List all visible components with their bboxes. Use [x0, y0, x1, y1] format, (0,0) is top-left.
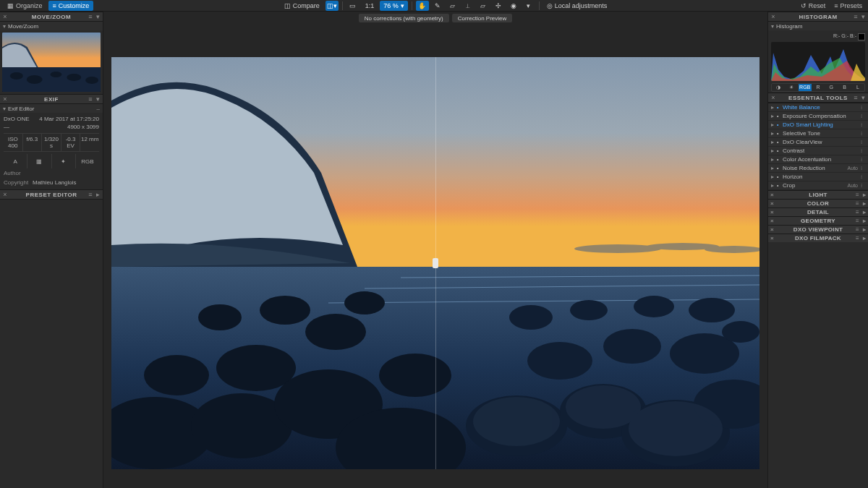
- tool-item-selective-tone[interactable]: ▸•Selective Tone⁝: [768, 129, 868, 138]
- tool-item-contrast[interactable]: ▸•Contrast⁝: [768, 147, 868, 155]
- options-icon[interactable]: ⁝: [858, 166, 865, 171]
- menu-icon[interactable]: ≡: [856, 226, 859, 233]
- collapse-icon[interactable]: –: [97, 106, 100, 112]
- split-handle[interactable]: [433, 258, 438, 268]
- close-icon[interactable]: ×: [1, 95, 9, 103]
- category-light[interactable]: ×LIGHT≡▸: [768, 190, 868, 199]
- options-icon[interactable]: ⁝: [858, 183, 865, 189]
- menu-icon[interactable]: ≡: [852, 94, 859, 101]
- enable-toggle[interactable]: •: [777, 174, 783, 179]
- shadow-clip-icon[interactable]: ◑: [772, 84, 785, 91]
- tool-item-horizon[interactable]: ▸•Horizon⁝: [768, 173, 868, 181]
- enable-toggle[interactable]: •: [777, 157, 783, 162]
- category-dxo-viewpoint[interactable]: ×DXO VIEWPOINT≡▸: [768, 225, 868, 234]
- customize-tab[interactable]: ≡ Customize: [48, 1, 94, 11]
- enable-toggle[interactable]: •: [777, 166, 783, 171]
- close-icon[interactable]: ×: [770, 218, 774, 224]
- tool-item-dxo-clearview[interactable]: ▸•DxO ClearView⁝: [768, 138, 868, 147]
- options-icon[interactable]: ⁝: [858, 122, 865, 128]
- copyright-value[interactable]: Mathieu Langlois: [33, 179, 76, 186]
- close-icon[interactable]: ×: [770, 209, 774, 215]
- organize-tab[interactable]: ▦ Organize: [3, 1, 47, 11]
- exif-editor-subheader[interactable]: ▾ Exif Editor –: [0, 104, 103, 113]
- options-icon[interactable]: ⁝: [858, 157, 865, 163]
- menu-icon[interactable]: ≡: [87, 95, 94, 103]
- category-detail[interactable]: ×DETAIL≡▸: [768, 207, 868, 216]
- menu-icon[interactable]: ≡: [856, 235, 859, 241]
- menu-icon[interactable]: ≡: [856, 200, 859, 207]
- reset-button[interactable]: ↺ Reset: [798, 2, 829, 9]
- chevron-right-icon[interactable]: ▸: [94, 191, 101, 198]
- close-icon[interactable]: ×: [770, 13, 777, 20]
- enable-toggle[interactable]: •: [777, 131, 783, 136]
- histogram-header[interactable]: × HISTOGRAM ≡ ▾: [768, 12, 868, 22]
- redeye-tool-button[interactable]: ◉: [507, 1, 520, 11]
- chevron-right-icon[interactable]: ▸: [863, 192, 866, 198]
- perspective-tool-button[interactable]: ▱: [477, 1, 490, 11]
- chevron-down-icon[interactable]: ▾: [771, 23, 774, 30]
- chevron-down-icon[interactable]: ▾: [859, 13, 867, 20]
- enable-toggle[interactable]: •: [777, 183, 783, 188]
- tool-item-noise-reduction[interactable]: ▸•Noise ReductionAuto⁝: [768, 164, 868, 173]
- enable-toggle[interactable]: •: [777, 148, 783, 153]
- options-icon[interactable]: ⁝: [858, 114, 865, 119]
- image-area[interactable]: [103, 25, 767, 488]
- close-icon[interactable]: ×: [1, 13, 9, 20]
- movezoom-header[interactable]: × MOVE/ZOOM ≡ ▾: [0, 12, 103, 22]
- chevron-right-icon[interactable]: ▸: [863, 209, 866, 215]
- chevron-down-icon[interactable]: ▾: [3, 23, 6, 30]
- dust-tool-button[interactable]: ✢: [492, 1, 505, 11]
- chevron-down-icon[interactable]: ▾: [859, 94, 867, 101]
- enable-toggle[interactable]: •: [777, 122, 783, 127]
- options-icon[interactable]: ⁝: [858, 174, 865, 180]
- category-geometry[interactable]: ×GEOMETRY≡▸: [768, 216, 868, 225]
- close-icon[interactable]: ×: [770, 94, 777, 101]
- movezoom-thumbnail[interactable]: [2, 33, 101, 92]
- tool-item-exposure-compensation[interactable]: ▸•Exposure Compensation⁝: [768, 112, 868, 121]
- channel-r[interactable]: R: [812, 84, 825, 91]
- split-view-button[interactable]: ◫▾: [326, 1, 339, 11]
- enable-toggle[interactable]: •: [777, 105, 783, 110]
- compare-right-label[interactable]: Correction Preview: [452, 14, 513, 22]
- chevron-right-icon[interactable]: ▸: [863, 200, 866, 207]
- highlight-clip-icon[interactable]: ☀: [785, 84, 798, 91]
- chevron-right-icon[interactable]: ▸: [863, 218, 866, 224]
- channel-g[interactable]: G: [825, 84, 838, 91]
- tool-item-color-accentuation[interactable]: ▸•Color Accentuation⁝: [768, 155, 868, 164]
- category-color[interactable]: ×COLOR≡▸: [768, 199, 868, 207]
- close-icon[interactable]: ×: [770, 226, 774, 233]
- fit-button[interactable]: ▭: [346, 1, 359, 11]
- enable-toggle[interactable]: •: [777, 114, 783, 119]
- tool-item-crop[interactable]: ▸•CropAuto⁝: [768, 181, 868, 190]
- menu-icon[interactable]: ≡: [87, 13, 94, 20]
- close-icon[interactable]: ×: [770, 192, 774, 198]
- menu-icon[interactable]: ≡: [87, 191, 94, 198]
- chevron-down-icon[interactable]: ▾: [94, 13, 101, 20]
- channel-b[interactable]: B: [838, 84, 851, 91]
- tool-item-dxo-smart-lighting[interactable]: ▸•DxO Smart Lighting⁝: [768, 121, 868, 129]
- crop-tool-button[interactable]: ▱: [446, 1, 459, 11]
- category-dxo-filmpack[interactable]: ×DXO FILMPACK≡▸: [768, 234, 868, 242]
- zoom-dropdown[interactable]: 76 % ▾: [380, 1, 408, 11]
- enable-toggle[interactable]: •: [777, 140, 783, 145]
- one-to-one-button[interactable]: 1:1: [362, 1, 378, 11]
- options-icon[interactable]: ⁝: [858, 140, 865, 145]
- menu-icon[interactable]: ≡: [856, 192, 859, 198]
- compare-left-label[interactable]: No corrections (with geometry): [359, 14, 449, 22]
- options-icon[interactable]: ⁝: [858, 131, 865, 137]
- menu-icon[interactable]: ≡: [856, 218, 859, 224]
- menu-icon[interactable]: ≡: [852, 13, 859, 20]
- preset-header[interactable]: × PRESET EDITOR ≡ ▸: [0, 189, 103, 200]
- channel-rgb[interactable]: RGB: [799, 84, 812, 91]
- close-icon[interactable]: ×: [770, 200, 774, 207]
- photo[interactable]: [111, 57, 760, 469]
- options-icon[interactable]: ⁝: [858, 148, 865, 154]
- channel-l[interactable]: L: [851, 84, 864, 91]
- close-icon[interactable]: ×: [770, 235, 774, 241]
- essential-tools-header[interactable]: × ESSENTIAL TOOLS ≡ ▾: [768, 93, 868, 103]
- tool-dropdown[interactable]: ▾: [522, 1, 535, 11]
- menu-icon[interactable]: ≡: [856, 209, 859, 215]
- chevron-right-icon[interactable]: ▸: [863, 226, 866, 233]
- chevron-right-icon[interactable]: ▸: [863, 235, 866, 241]
- tool-item-white-balance[interactable]: ▸•White Balance⁝: [768, 103, 868, 112]
